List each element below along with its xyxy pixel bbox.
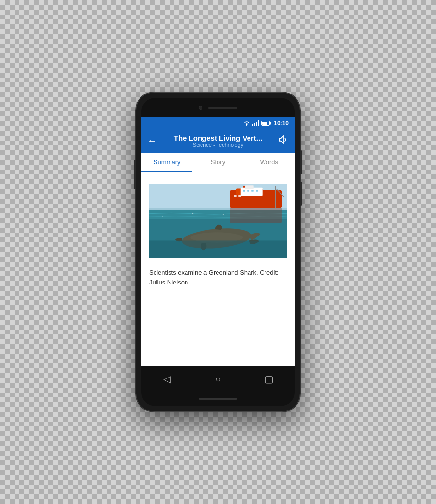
app-header: ← The Longest Living Vert... Science - T… <box>141 129 295 153</box>
page-wrapper: 10:10 ← The Longest Living Vert... Scien… <box>0 0 436 504</box>
tab-summary[interactable]: Summary <box>141 153 192 172</box>
speaker-grill <box>208 107 237 109</box>
svg-rect-15 <box>251 190 253 192</box>
status-bar: 10:10 <box>141 117 295 129</box>
image-caption: Scientists examine a Greenland Shark. Cr… <box>149 268 287 287</box>
signal-icon <box>252 120 259 126</box>
svg-point-25 <box>162 216 163 217</box>
svg-rect-13 <box>243 190 245 192</box>
audio-icon[interactable] <box>274 134 289 147</box>
wifi-icon <box>243 120 250 126</box>
phone-device: 10:10 ← The Longest Living Vert... Scien… <box>136 92 300 412</box>
home-indicator <box>199 398 237 400</box>
svg-rect-12 <box>238 195 241 197</box>
bottom-nav: ◁ ○ ▢ <box>141 366 295 392</box>
volume-button <box>134 160 136 189</box>
header-title: The Longest Living Vert... <box>162 134 274 142</box>
svg-point-0 <box>246 125 247 126</box>
battery-icon <box>261 121 270 126</box>
status-icons: 10:10 <box>243 120 289 126</box>
tab-story[interactable]: Story <box>192 153 243 172</box>
status-time: 10:10 <box>274 120 289 126</box>
svg-rect-16 <box>256 190 258 192</box>
tabs-bar: Summary Story Words <box>141 153 295 172</box>
svg-rect-21 <box>149 240 287 258</box>
front-camera <box>199 106 202 110</box>
svg-point-24 <box>223 214 224 215</box>
nav-back-button[interactable]: ◁ <box>157 369 177 389</box>
article-image <box>149 180 287 262</box>
tab-words[interactable]: Words <box>244 153 295 172</box>
header-title-group: The Longest Living Vert... Science - Tec… <box>162 134 274 148</box>
svg-point-22 <box>171 215 171 216</box>
svg-point-23 <box>192 213 194 214</box>
nav-recents-button[interactable]: ▢ <box>259 369 279 389</box>
top-bezel <box>141 98 295 117</box>
svg-rect-10 <box>245 185 254 189</box>
svg-rect-11 <box>234 195 236 197</box>
content-area[interactable]: Scientists examine a Greenland Shark. Cr… <box>141 172 295 366</box>
header-subtitle: Science - Technology <box>162 142 274 148</box>
phone-screen: 10:10 ← The Longest Living Vert... Scien… <box>141 98 295 406</box>
svg-rect-14 <box>247 190 249 192</box>
back-button[interactable]: ← <box>147 135 162 146</box>
nav-home-button[interactable]: ○ <box>208 369 228 389</box>
bottom-bezel <box>141 392 295 406</box>
svg-rect-8 <box>230 208 282 223</box>
